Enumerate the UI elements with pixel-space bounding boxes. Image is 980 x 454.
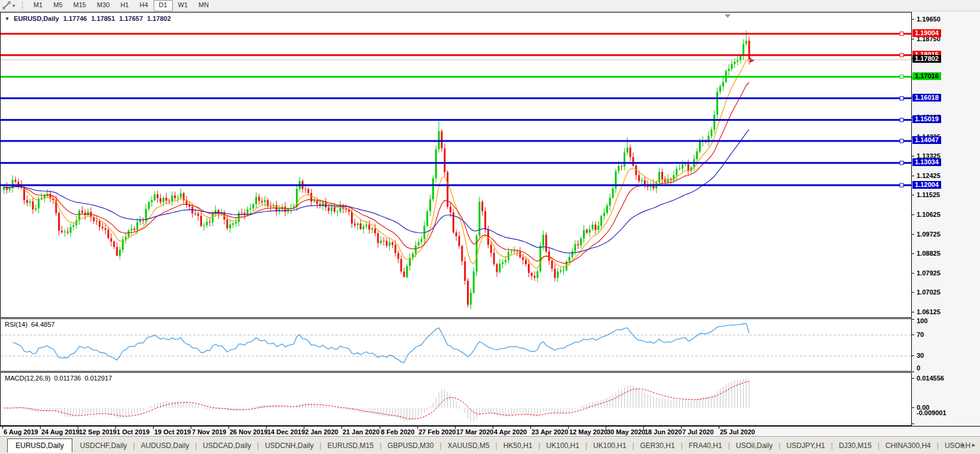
chart-tab-fra40-h1[interactable]: FRA40,H1 [683,440,728,452]
macd-tick-label: 0.014556 [917,375,944,382]
date-axis[interactable]: 6 Aug 201924 Aug 201912 Sep 20191 Oct 20… [0,426,980,436]
rsi-line [13,324,749,363]
fast-ma [4,60,749,268]
axis-tickmark [912,253,914,254]
ohlc-close: 1.17802 [147,15,171,22]
chart-tab-ger30-h1[interactable]: GER30,H1 [635,440,680,452]
tool-dropdown-caret-icon[interactable]: ▾ [13,1,18,10]
date-tickmark [568,427,569,429]
rsi-tick-label: 0 [917,365,920,372]
macd-indicator-pane[interactable]: MACD(12,26,9)0.0117360.012917 [0,372,912,426]
timeframe-button-mn[interactable]: MN [193,0,214,11]
timeframe-buttons: M1M5M15M30H1H4D1W1MN [28,0,214,11]
rsi-indicator-pane[interactable]: RSI(14)64.4857 [0,318,912,372]
drawing-tool-icon[interactable] [2,1,11,10]
date-label: 17 Mar 2020 [456,428,493,435]
timeframe-button-m1[interactable]: M1 [28,0,48,11]
price-tick-label: 1.09725 [917,231,941,238]
axis-tickmark [912,195,914,195]
chart-tab-hk50-h1[interactable]: HK50,H1 [498,440,538,452]
chart-tab-usdchf-daily[interactable]: USDCHF,Daily [75,440,133,452]
timeframe-button-h1[interactable]: H1 [115,0,134,11]
axis-tickmark [912,312,914,312]
timeframe-button-w1[interactable]: W1 [173,0,194,11]
date-tickmark [493,427,493,429]
date-label: 12 Sep 2019 [79,428,117,435]
timeframe-button-m30[interactable]: M30 [91,0,115,11]
date-tickmark [719,427,719,429]
timeframe-button-m15[interactable]: M15 [68,0,91,11]
chart-tab-uk100-h1[interactable]: UK100,H1 [541,440,585,452]
last-price-arrow-icon [750,58,755,63]
axis-tickmark [912,273,914,274]
axis-tickmark [912,424,914,424]
date-tickmark [304,427,304,429]
line-handle [900,139,903,143]
level-price-badge: 1.15019 [912,115,941,123]
chart-tab-gbpusd-m30[interactable]: GBPUSD,M30 [382,440,439,452]
macd-tick-label: -0.009001 [917,410,947,416]
rsi-tick-label: 100 [917,318,927,324]
chart-shift-marker-icon[interactable] [725,14,731,18]
chart-tab-xauusd-m5[interactable]: XAUUSD,M5 [442,440,495,452]
level-price-badge: 1.16018 [912,94,941,102]
date-tickmark [153,427,154,429]
level-lines[interactable] [1,32,911,187]
axis-tickmark [912,156,914,157]
date-label: 24 Aug 2019 [41,428,80,435]
price-axis[interactable]: 1.196501.187501.178501.169501.160501.151… [912,12,980,426]
ohlc-low: 1.17657 [119,15,143,22]
level-price-badge: 1.14047 [912,136,941,144]
date-label: 25 Jul 2020 [720,428,755,435]
date-tickmark [228,427,229,429]
date-tickmark [115,427,116,429]
date-label: 30 May 2020 [607,428,645,435]
chart-tab-dj30-m15[interactable]: DJ30,M15 [834,440,877,452]
timeframe-button-d1[interactable]: D1 [154,0,173,11]
chart-tab-usdcnh-daily[interactable]: USDCNH,Daily [259,440,319,452]
chart-tab-uk100-h1[interactable]: UK100,H1 [588,440,631,452]
chart-symbol: EURUSD,Daily [14,15,59,22]
line-handle [900,75,903,78]
timeframe-button-m5[interactable]: M5 [48,0,68,11]
axis-tickmark [912,335,914,335]
timeframe-button-h4[interactable]: H4 [134,0,153,11]
axis-tickmark [912,407,914,408]
rsi-label: RSI(14)64.4857 [5,321,55,328]
price-chart-pane[interactable]: ▼ EURUSD,Daily 1.17746 1.17851 1.17657 1… [0,12,912,318]
price-tick-label: 1.12425 [917,173,941,179]
date-tickmark [78,427,78,429]
date-label: 12 May 2020 [569,428,607,435]
date-tickmark [191,427,191,429]
timeframe-toolbar: ▾ M1M5M15M30H1H4D1W1MN [0,0,980,11]
macd-signal-line [4,382,749,419]
chart-tab-audusd-daily[interactable]: AUDUSD,Daily [136,440,195,452]
price-tick-label: 1.07925 [917,270,941,277]
axis-tickmark [912,378,914,379]
price-tick-label: 1.11525 [917,192,940,198]
chart-tab-eurusd-m15[interactable]: EURUSD,M15 [322,440,379,452]
chart-tab-usoil-daily[interactable]: USOil,Daily [731,440,778,452]
tab-scroll-right-icon[interactable]: ► [971,442,976,448]
line-handle [900,161,903,165]
price-tick-label: 1.06125 [917,309,941,315]
axis-tickmark [912,39,914,39]
chart-tab-eurusd-daily[interactable]: EURUSD,Daily [7,438,72,453]
date-label: 7 Nov 2019 [192,428,226,435]
chart-tab-china300-h4[interactable]: CHINA300,H4 [880,440,936,452]
line-handle [900,183,903,187]
collapse-triangle-icon[interactable]: ▼ [5,16,10,22]
chart-tab-usdjpy-h1[interactable]: USDJPY,H1 [781,440,830,452]
date-label: 23 Apr 2020 [532,428,568,435]
rsi-tick-label: 30 [917,352,924,359]
line-handle [900,97,903,100]
line-handle [900,118,903,122]
date-tickmark [606,427,606,429]
date-label: 27 Feb 2020 [419,428,456,435]
tab-scroll-left-icon[interactable]: ◄ [960,442,965,448]
toolbar-grip[interactable] [22,2,23,10]
date-tickmark [530,427,531,429]
chart-tab-usdcad-daily[interactable]: USDCAD,Daily [197,440,257,452]
line-handle [900,53,903,57]
date-label: 6 Aug 2019 [4,428,38,435]
